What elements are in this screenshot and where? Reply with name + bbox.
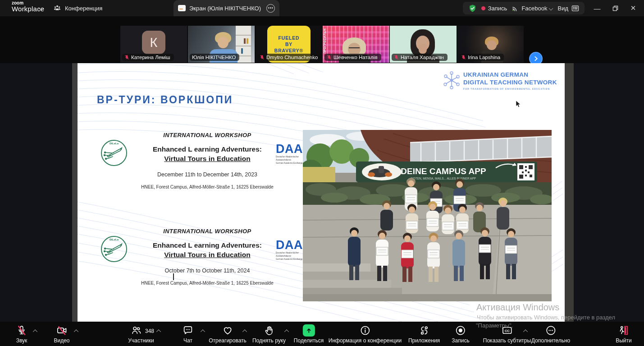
video-options-chevron[interactable] [74, 329, 78, 334]
meeting-toolbar: Звук Видео Участники 348 Чат Отреагирова… [0, 322, 644, 346]
svg-text:DEINE CAMPUS APP: DEINE CAMPUS APP [401, 166, 486, 176]
participant-name: Наталя Хараджян [401, 55, 444, 60]
more-icon [545, 325, 557, 336]
broadcast-icon [512, 5, 519, 12]
restore-icon [612, 5, 618, 11]
tab-options-icon[interactable]: ••• [266, 4, 275, 13]
dilela-logo: DILeLa [101, 140, 127, 166]
participant-tile-active-speaker[interactable]: Юлія НІКІТЧЕНКО [188, 26, 255, 63]
cc-icon: CC [501, 325, 513, 336]
participant-name-badge: Шевченко Наталія [324, 54, 381, 61]
apps-button[interactable]: Приложения [408, 324, 440, 344]
presentation-slide: ВР-ТУРИ: ВОРКШОПИ UKRAINIAN GERMAN DIGIT… [78, 63, 565, 322]
leave-label: Выйти [616, 337, 632, 344]
workshop-dates: December 11th to December 14th, 2023 [140, 171, 275, 178]
video-button[interactable]: Видео [54, 324, 69, 344]
leave-button[interactable]: Выйти [616, 324, 632, 344]
background-text: ПРОГРЕСИЛЬН: [323, 28, 326, 54]
participant-name-badge: Наталя Хараджян [392, 54, 448, 61]
mic-muted-icon [327, 55, 332, 60]
workshop-text: INTERNATIONAL WORKSHOP Enhanced L earnin… [140, 228, 275, 286]
live-stream-control[interactable]: Facebook [512, 5, 553, 12]
workshop-venue: HNEE, Forest Campus, Alfred-Möller-Straß… [140, 281, 275, 286]
workshop-venue: HNEE, Forest Campus, Alfred-Möller-Straß… [140, 185, 275, 189]
participants-count: 348 [145, 328, 154, 334]
workshop-text: INTERNATIONAL WORKSHOP Enhanced L earnin… [140, 132, 275, 189]
restore-button[interactable] [606, 0, 624, 16]
participant-tile[interactable]: К Катерина Леміш [120, 26, 187, 63]
apps-label: Приложения [408, 337, 440, 344]
dilela-logo: DILeLa [101, 236, 127, 262]
workshop-block-2023: DILeLa INTERNATIONAL WORKSHOP Enhanced L… [95, 132, 311, 206]
more-button[interactable]: Дополнительно [531, 324, 570, 344]
info-icon [360, 325, 371, 336]
participant-name-badge: Dmytro Chumachenko [257, 54, 321, 61]
raise-hand-button[interactable]: Поднять руку [252, 324, 286, 344]
people-icon [53, 4, 61, 12]
workshop-title: Enhanced L earning Adventures: [140, 241, 275, 249]
meeting-info-label: Информация о конференции [329, 337, 402, 344]
network-logo: UKRAINIAN GERMAN DIGITAL TEACHING NETWOR… [443, 71, 557, 90]
participant-tile[interactable]: Irina Lapshina [457, 26, 524, 63]
view-grid-icon [571, 5, 579, 12]
chat-options-chevron[interactable] [201, 329, 205, 334]
record-dot-icon [481, 6, 485, 10]
audio-label: Звук [16, 337, 27, 344]
audio-options-chevron[interactable] [33, 329, 37, 334]
zoom-workplace-logo: zoom Workplace [12, 1, 44, 12]
shared-screen-area: ВР-ТУРИ: ВОРКШОПИ UKRAINIAN GERMAN DIGIT… [0, 63, 644, 322]
window-edge [72, 63, 78, 322]
recording-label: Запись [488, 5, 507, 12]
participants-options-chevron[interactable] [156, 329, 161, 334]
participant-tile[interactable]: ПРОГРЕСИЛЬН: Шевченко Наталія [323, 26, 389, 63]
network-logo-icon [443, 71, 460, 89]
view-control[interactable]: Вид [557, 5, 579, 12]
shield-check-icon[interactable] [468, 4, 477, 13]
tab-conference-label: Конференция [65, 5, 102, 12]
title-bar: zoom Workplace Конференция Экран (Юлія Н… [0, 0, 644, 16]
status-pill: Запись Facebook Вид [463, 2, 585, 14]
participant-name: Юлія НІКІТЧЕНКО [192, 55, 236, 60]
camera-muted-icon [56, 325, 68, 336]
network-logo-text: UKRAINIAN GERMAN DIGITAL TEACHING NETWOR… [463, 71, 557, 87]
participants-label: Участники [128, 337, 154, 344]
participant-name: Шевченко Наталія [333, 55, 378, 60]
tab-screen-share[interactable]: Экран (Юлія НІКІТЧЕНКО) ••• [174, 0, 279, 16]
close-button[interactable]: ✕ [624, 0, 642, 16]
participant-name-badge: Катерина Леміш [122, 54, 174, 61]
svg-text:NOTEN, MENSA, MAILS... ALLES I: NOTEN, MENSA, MAILS... ALLES IN EINER AP… [411, 177, 476, 180]
share-label: Поделиться [294, 337, 324, 344]
apps-icon [419, 325, 430, 336]
recording-indicator[interactable]: Запись [481, 5, 507, 12]
raised-hand-icon [263, 325, 274, 336]
participant-tile[interactable]: FUELED BY BRAVERY® Dmytro Chumachenko [256, 26, 322, 63]
share-button[interactable]: Поделиться [294, 324, 324, 344]
chat-label: Чат [183, 337, 192, 344]
captions-button[interactable]: CC Показать субтитры [483, 324, 531, 344]
heart-icon [222, 325, 233, 336]
chat-button[interactable]: Чат [183, 324, 194, 344]
participant-tile[interactable]: Наталя Хараджян [390, 26, 457, 63]
workshop-title: Enhanced L earning Adventures: [140, 145, 275, 153]
mic-muted-icon [394, 55, 399, 60]
chevron-down-icon [549, 6, 553, 10]
workshop-block-2024: DILeLa INTERNATIONAL WORKSHOP Enhanced L… [95, 228, 311, 302]
react-button[interactable]: Отреагировать [209, 324, 247, 344]
meeting-info-button[interactable]: Информация о конференции [329, 324, 402, 344]
participant-name: Катерина Леміш [131, 55, 170, 60]
network-logo-tagline: FOR TRANSFORMATION OF ENVIRONMENTAL EDUC… [463, 88, 557, 90]
workshop-dates: October 7th to October 11th, 2024 [140, 268, 275, 274]
leave-meeting-icon [618, 325, 630, 336]
chat-icon [183, 325, 194, 336]
minimize-button[interactable]: — [588, 0, 606, 16]
zoom-window: zoom Workplace Конференция Экран (Юлія Н… [0, 0, 644, 346]
workshop-subtitle: Virtual Tours in Education [140, 251, 275, 259]
view-label: Вид [557, 5, 568, 12]
react-label: Отреагировать [209, 337, 247, 344]
participant-name: Irina Lapshina [468, 55, 500, 60]
audio-button[interactable]: Звук [16, 324, 27, 344]
tab-conference[interactable]: Конференция [53, 0, 102, 16]
participant-name-badge: Irina Lapshina [459, 54, 504, 61]
record-button[interactable]: Запись [452, 324, 469, 344]
window-edge [565, 63, 574, 322]
